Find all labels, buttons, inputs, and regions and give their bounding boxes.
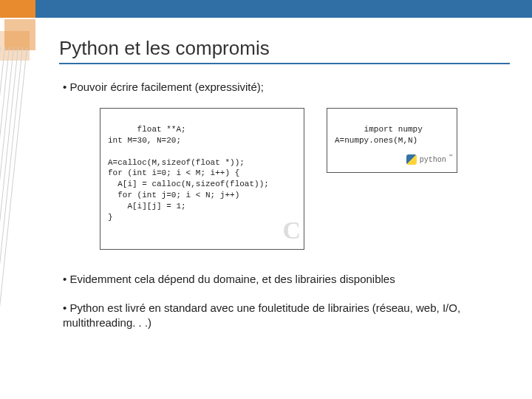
c-logo-icon: C [282,214,301,248]
bullet-domain: Evidemment cela dépend du domaine, et de… [63,272,506,287]
bullet-stdlib: Python est livré en standard avec une fo… [63,301,506,331]
code-comparison-row: float **A; int M=30, N=20; A=calloc(M,si… [100,108,506,250]
python-logo-icon: python ™ [406,154,452,165]
bullet-expressivity: Pouvoir écrire facilement (expressivité)… [63,80,506,95]
python-code-text: import numpy A=numpy.ones(M,N) [335,125,423,145]
c-code-box: float **A; int M=30, N=20; A=calloc(M,si… [100,108,304,250]
top-color-band [0,0,532,18]
python-code-box: import numpy A=numpy.ones(M,N) python ™ [327,108,457,173]
title-underline [59,63,510,64]
content-area: Pouvoir écrire facilement (expressivité)… [63,80,506,344]
title-block: Python et les compromis [59,37,502,64]
page-title: Python et les compromis [59,37,502,60]
python-badge-label: python [420,155,446,166]
c-code-text: float **A; int M=30, N=20; A=calloc(M,si… [108,125,269,222]
side-decoration [0,18,44,399]
